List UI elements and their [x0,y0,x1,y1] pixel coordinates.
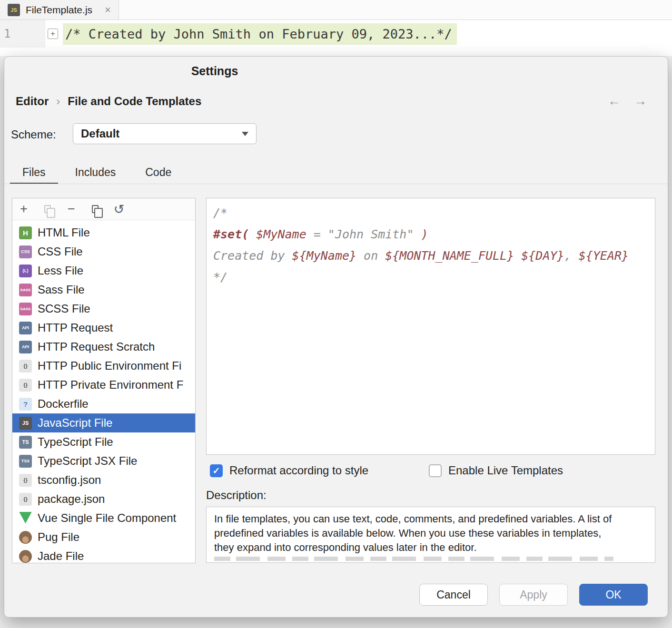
dialog-buttons: Cancel Apply OK [419,584,648,606]
forward-arrow-icon[interactable]: → [634,94,647,108]
editor-tab-title: FileTemplate.js [26,4,92,16]
template-item-http-request[interactable]: APIHTTP Request [12,318,195,337]
apply-button[interactable]: Apply [499,584,568,606]
description-label: Description: [206,489,267,502]
template-item-sass-file[interactable]: SASSSass File [12,280,195,299]
reformat-checkbox[interactable]: ✓ Reformat according to style [210,464,368,477]
template-item-label: TypeScript File [38,435,113,449]
template-item-label: Sass File [38,283,85,296]
template-item-html-file[interactable]: HHTML File [12,223,195,242]
http-request-icon: API [19,341,32,353]
template-item-http-private-environment-f[interactable]: {}HTTP Private Environment F [12,375,195,394]
template-item-label: package.json [38,492,105,506]
template-editor[interactable]: /*#set( $MyName = "John Smith" )Created … [206,198,655,455]
reset-template-button[interactable]: ↺ [110,201,128,218]
dockerfile-icon: ? [19,398,32,411]
template-item-typescript-jsx-file[interactable]: TSXTypeScript JSX File [12,451,195,471]
tsconfig-json-icon: {} [19,474,32,487]
description-box: In file templates, you can use text, cod… [206,507,655,563]
scheme-value: Default [81,127,119,140]
back-arrow-icon[interactable]: ← [608,94,621,108]
ok-button[interactable]: OK [579,584,648,606]
template-item-jade-file[interactable]: Jade File [12,547,195,563]
typescript-file-icon: TS [19,436,32,449]
env-json-icon: {} [19,360,32,373]
template-item-label: CSS File [38,245,83,258]
template-item-pug-file[interactable]: Pug File [12,528,195,547]
html-file-icon: H [19,226,32,239]
pug-file-icon [19,531,32,544]
vue-file-icon [19,512,32,525]
template-item-typescript-file[interactable]: TSTypeScript File [12,432,195,451]
clipped-text-line [214,557,613,561]
breadcrumb-editor[interactable]: Editor [16,95,49,108]
tab-files[interactable]: Files [10,160,58,184]
template-item-label: Pug File [38,530,79,544]
description-text: In file templates, you can use text, cod… [214,512,622,555]
template-toolbar: +−↺ [12,198,195,220]
line-number: 1 [0,27,10,40]
live-templates-checkbox-label: Enable Live Templates [448,464,563,477]
create-child-template-button[interactable] [39,201,56,218]
template-item-label: HTML File [38,226,90,239]
scss-file-icon: SASS [19,303,32,315]
template-item-package-json[interactable]: {}package.json [12,490,195,509]
code-editor-background: JS FileTemplate.js × 1 + /* Created by J… [0,0,672,56]
template-item-label: Dockerfile [38,397,89,411]
editor-tab-filetemplate[interactable]: JS FileTemplate.js × [0,0,119,20]
dialog-title: Settings [191,64,238,78]
template-item-label: HTTP Request [38,321,113,334]
jade-file-icon [19,550,32,563]
settings-dialog: Settings Editor › File and Code Template… [4,56,668,618]
template-item-http-public-environment-fi[interactable]: {}HTTP Public Environment Fi [12,356,195,375]
template-item-css-file[interactable]: CSSCSS File [12,242,195,261]
css-file-icon: CSS [19,245,32,258]
template-item-label: Less File [38,264,83,277]
live-templates-checkbox[interactable]: Enable Live Templates [429,464,563,477]
chevron-down-icon [242,132,248,136]
tab-close-icon[interactable]: × [105,4,111,16]
template-item-label: Vue Single File Component [38,511,176,525]
templates-panel: +−↺ HHTML FileCSSCSS File{L}Less FileSAS… [12,198,196,563]
template-item-javascript-file[interactable]: JSJavaScript File [12,413,195,432]
fold-icon[interactable]: + [48,29,58,39]
file-template-list: HHTML FileCSSCSS File{L}Less FileSASSSas… [12,220,195,563]
scheme-dropdown[interactable]: Default [73,123,257,144]
package-json-icon: {} [19,493,32,506]
template-item-label: TypeScript JSX File [38,454,137,468]
remove-template-button[interactable]: − [63,201,80,218]
tab-code[interactable]: Code [133,160,184,184]
history-nav: ← → [608,94,647,108]
copy-icon [44,205,51,213]
editor-tab-bar: JS FileTemplate.js × [0,0,672,20]
template-item-vue-single-file-component[interactable]: Vue Single File Component [12,509,195,528]
template-item-tsconfig-json[interactable]: {}tsconfig.json [12,471,195,490]
editor-line-row: 1 + /* Created by John Smith on February… [0,20,672,48]
template-code-line: */ [213,266,648,288]
chevron-right-icon: › [56,95,60,108]
env-json-icon: {} [19,379,32,392]
template-item-label: SCSS File [38,302,90,315]
template-item-label: Jade File [38,550,84,563]
add-template-button[interactable]: + [15,201,32,218]
template-code-line: #set( $MyName = "John Smith" ) [213,224,648,245]
template-item-http-request-scratch[interactable]: APIHTTP Request Scratch [12,337,195,356]
template-item-dockerfile[interactable]: ?Dockerfile [12,394,195,413]
template-code-line: Created by ${MyName} on ${MONTH_NAME_FUL… [213,245,648,266]
template-item-label: HTTP Public Environment Fi [38,359,181,373]
template-item-less-file[interactable]: {L}Less File [12,261,195,280]
template-item-scss-file[interactable]: SASSSCSS File [12,299,195,318]
template-code-line: /* [213,202,648,224]
sass-file-icon: SASS [19,284,32,296]
code-line[interactable]: /* Created by John Smith on February 09,… [63,23,457,45]
template-item-label: tsconfig.json [38,473,101,487]
cancel-button[interactable]: Cancel [419,584,488,606]
typescript-jsx-file-icon: TSX [19,455,32,468]
settings-tabs: FilesIncludesCode [10,160,184,184]
less-file-icon: {L} [19,265,32,277]
scheme-label: Scheme: [11,128,56,141]
javascript-file-icon: JS [8,4,20,16]
template-item-label: HTTP Private Environment F [38,378,183,392]
tab-includes[interactable]: Includes [63,160,128,184]
copy-template-button[interactable] [87,201,104,218]
